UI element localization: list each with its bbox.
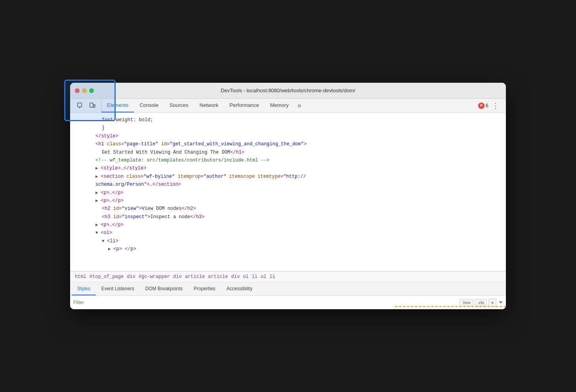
filter-bar: :hov .cls + bbox=[70, 296, 506, 309]
tab-sources[interactable]: Sources bbox=[164, 99, 194, 112]
tab-memory[interactable]: Memory bbox=[265, 99, 294, 112]
traffic-lights bbox=[75, 88, 94, 93]
breadcrumb-ul[interactable]: ul bbox=[259, 274, 268, 280]
bottom-tabs: Styles Event Listeners DOM Breakpoints P… bbox=[70, 282, 506, 296]
filter-input[interactable] bbox=[73, 300, 456, 305]
breadcrumb-li-2[interactable]: li bbox=[268, 274, 277, 280]
dom-line[interactable]: Get Started With Viewing And Changing Th… bbox=[70, 148, 506, 156]
dom-line[interactable]: ▼ <ol> bbox=[70, 229, 506, 237]
breadcrumb-bar: html #top_of_page div #gc-wrapper div ar… bbox=[70, 271, 506, 282]
inspect-element-button[interactable] bbox=[75, 100, 86, 111]
breadcrumb-div-3[interactable]: div bbox=[230, 274, 242, 280]
dom-line[interactable]: ▶ <p>…</p> bbox=[70, 221, 506, 229]
svg-rect-0 bbox=[78, 103, 82, 107]
error-icon: ✕ bbox=[478, 103, 484, 109]
dom-line[interactable]: ▶ <p> </p> bbox=[70, 245, 506, 253]
add-style-rule-button[interactable]: + bbox=[488, 299, 496, 306]
error-count-button[interactable]: ✕ 6 bbox=[478, 103, 488, 109]
breadcrumb-top-of-page[interactable]: #top_of_page bbox=[88, 274, 125, 280]
dashed-selected-indicator bbox=[395, 306, 506, 309]
dom-line[interactable]: </style> bbox=[70, 132, 506, 140]
dom-line[interactable]: <h1 class="page-title" id="get_started_w… bbox=[70, 140, 506, 148]
close-button[interactable] bbox=[75, 88, 80, 93]
tab-dom-breakpoints[interactable]: DOM Breakpoints bbox=[139, 282, 188, 295]
title-bar: DevTools - localhost:8080/web/tools/chro… bbox=[70, 83, 506, 99]
breadcrumb-div-1[interactable]: div bbox=[125, 274, 137, 280]
dom-line[interactable]: ▶ <p>…</p> bbox=[70, 197, 506, 205]
dom-line[interactable]: ▶ <p>…</p> bbox=[70, 189, 506, 197]
breadcrumb-html[interactable]: html bbox=[73, 274, 88, 280]
dom-line[interactable]: <!-- wf_template: src/templates/contribu… bbox=[70, 156, 506, 164]
devtools-toolbar: Elements Console Sources Network Perform… bbox=[70, 99, 506, 113]
tab-elements[interactable]: Elements bbox=[101, 99, 134, 112]
dom-line[interactable]: } bbox=[70, 124, 506, 132]
hov-filter-button[interactable]: :hov bbox=[460, 299, 473, 306]
dom-line[interactable]: font-weight: bold; bbox=[70, 116, 506, 124]
toolbar-icons bbox=[72, 99, 101, 112]
tab-event-listeners[interactable]: Event Listeners bbox=[96, 282, 140, 295]
tab-network[interactable]: Network bbox=[194, 99, 224, 112]
breadcrumb-article-2[interactable]: article bbox=[206, 274, 229, 280]
filter-buttons: :hov .cls + bbox=[460, 299, 503, 306]
dom-line[interactable]: schema.org/Person">…</section> bbox=[70, 181, 506, 188]
devtools-panel: Elements Console Sources Network Perform… bbox=[70, 99, 506, 309]
tab-console[interactable]: Console bbox=[134, 99, 164, 112]
device-toggle-button[interactable] bbox=[87, 100, 98, 111]
main-tabs: Elements Console Sources Network Perform… bbox=[101, 99, 475, 112]
svg-rect-4 bbox=[93, 105, 95, 107]
dom-line[interactable]: ▶ <style>…</style> bbox=[70, 164, 506, 172]
dom-line[interactable]: ▶ <section class="wf-byline" itemprop="a… bbox=[70, 173, 506, 181]
breadcrumb-div-2[interactable]: div bbox=[172, 274, 183, 280]
devtools-menu-button[interactable]: ⋮ bbox=[490, 100, 501, 111]
dom-line[interactable]: <h2 id="view">View DOM nodes</h2> bbox=[70, 205, 506, 213]
more-tabs-button[interactable]: » bbox=[294, 99, 305, 112]
svg-rect-3 bbox=[90, 103, 93, 107]
devtools-window: DevTools - localhost:8080/web/tools/chro… bbox=[70, 83, 506, 309]
toolbar-right: ✕ 6 ⋮ bbox=[475, 100, 504, 111]
tab-performance[interactable]: Performance bbox=[224, 99, 264, 112]
maximize-button[interactable] bbox=[89, 88, 94, 93]
breadcrumb-ol[interactable]: ol bbox=[241, 274, 250, 280]
tab-properties[interactable]: Properties bbox=[188, 282, 221, 295]
tab-styles[interactable]: Styles bbox=[72, 282, 96, 295]
cls-filter-button[interactable]: .cls bbox=[475, 299, 487, 306]
breadcrumb-article-1[interactable]: article bbox=[183, 274, 206, 280]
window-title: DevTools - localhost:8080/web/tools/chro… bbox=[221, 88, 355, 93]
dom-line[interactable]: ▼ <li> bbox=[70, 237, 506, 245]
breadcrumb-gc-wrapper[interactable]: #gc-wrapper bbox=[137, 274, 172, 280]
breadcrumb-li-1[interactable]: li bbox=[250, 274, 259, 280]
tab-accessibility[interactable]: Accessibility bbox=[221, 282, 258, 295]
minimize-button[interactable] bbox=[82, 88, 87, 93]
filter-triangle-icon bbox=[499, 301, 503, 304]
dom-panel[interactable]: font-weight: bold; } </style> <h1 class=… bbox=[70, 113, 506, 271]
dom-line[interactable]: <h3 id="inspect">Inspect a node</h3> bbox=[70, 213, 506, 221]
